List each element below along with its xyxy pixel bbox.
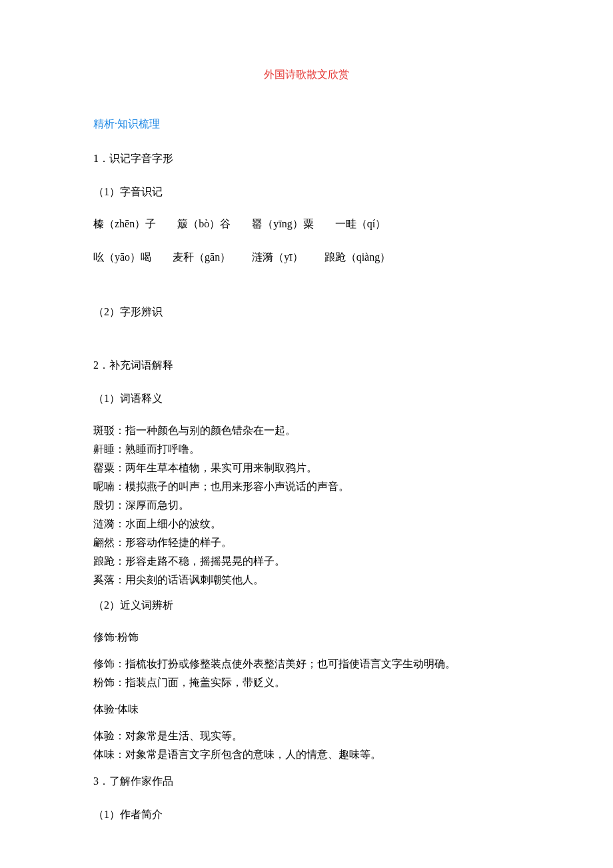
vocab-list: 斑驳：指一种颜色与别的颜色错杂在一起。 鼾睡：熟睡而打呼噜。 罂粟：两年生草本植…	[93, 423, 520, 588]
vocab-item: 殷切：深厚而急切。	[93, 497, 520, 513]
synonym-pair-2-title: 体验·体味	[93, 701, 520, 717]
vocab-item: 踉跄：形容走路不稳，摇摇晃晃的样子。	[93, 553, 520, 569]
pinyin-item: 踉跄（qiàng）	[324, 251, 391, 263]
subheading-synonym: （2）近义词辨析	[93, 597, 520, 613]
pinyin-item: 涟漪（yī）	[252, 251, 303, 263]
pinyin-item: 吆（yāo）喝	[93, 251, 151, 263]
page-title: 外国诗歌散文欣赏	[93, 67, 520, 83]
subheading-meaning: （1）词语释义	[93, 391, 520, 407]
synonym-pair-1-title: 修饰·粉饰	[93, 629, 520, 645]
vocab-item: 鼾睡：熟睡而打呼噜。	[93, 441, 520, 457]
pinyin-item: 一畦（qí）	[335, 218, 386, 229]
synonym-item: 修饰：指梳妆打扮或修整装点使外表整洁美好；也可指使语言文字生动明确。	[93, 656, 520, 672]
heading-phonetics: 1．识记字音字形	[93, 151, 520, 167]
synonym-item: 体验：对象常是生活、现实等。	[93, 728, 520, 744]
pinyin-item: 罂（yīng）粟	[252, 218, 313, 229]
pinyin-line-1: 榛（zhēn）子 簸（bò）谷 罂（yīng）粟 一畦（qí）	[93, 216, 520, 232]
subheading-bio: （1）作者简介	[93, 807, 520, 823]
vocab-item: 罂粟：两年生草本植物，果实可用来制取鸦片。	[93, 460, 520, 476]
heading-author: 3．了解作家作品	[93, 773, 520, 789]
pinyin-item: 簸（bò）谷	[177, 218, 231, 229]
vocab-item: 涟漪：水面上细小的波纹。	[93, 516, 520, 532]
subheading-glyph: （2）字形辨识	[93, 304, 520, 320]
vocab-item: 斑驳：指一种颜色与别的颜色错杂在一起。	[93, 423, 520, 439]
vocab-item: 翩然：形容动作轻捷的样子。	[93, 535, 520, 551]
pinyin-line-2: 吆（yāo）喝 麦秆（gān） 涟漪（yī） 踉跄（qiàng）	[93, 249, 520, 265]
vocab-item: 呢喃：模拟燕子的叫声；也用来形容小声说话的声音。	[93, 479, 520, 495]
section-knowledge: 精析·知识梳理	[93, 116, 520, 132]
vocab-item: 奚落：用尖刻的话语讽刺嘲笑他人。	[93, 572, 520, 588]
heading-vocab: 2．补充词语解释	[93, 357, 520, 373]
subheading-pronunciation: （1）字音识记	[93, 184, 520, 200]
pinyin-item: 榛（zhēn）子	[93, 218, 156, 229]
pinyin-item: 麦秆（gān）	[173, 251, 231, 263]
synonym-item: 粉饰：指装点门面，掩盖实际，带贬义。	[93, 675, 520, 691]
synonym-item: 体味：对象常是语言文字所包含的意味，人的情意、趣味等。	[93, 747, 520, 763]
